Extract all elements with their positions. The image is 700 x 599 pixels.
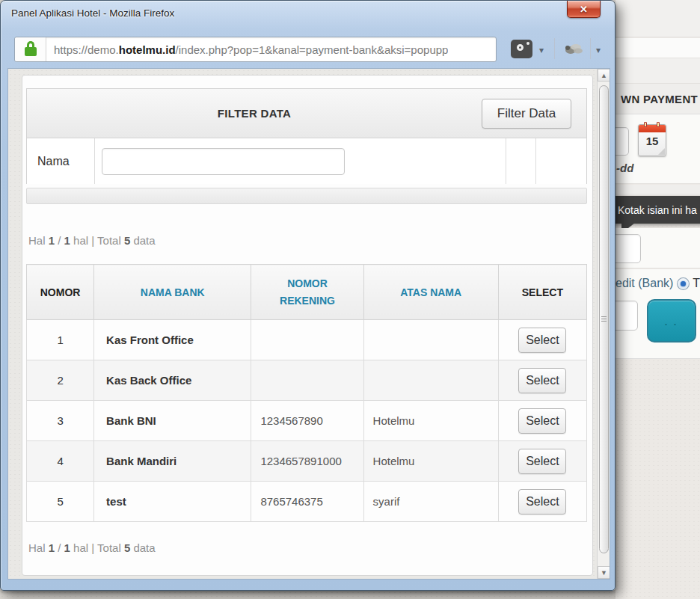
payment-option-label-after: T — [693, 277, 700, 290]
header-nomor-rekening[interactable]: NOMOR REKENING — [251, 265, 363, 320]
cell-atas-nama — [363, 320, 498, 360]
header-atas-nama[interactable]: ATAS NAMA — [363, 265, 498, 320]
table-row: 2 Kas Back Office Select — [27, 360, 587, 401]
toolbar-divider — [590, 38, 591, 59]
down-payment-section-header: WN PAYMENT — [615, 84, 700, 114]
chevron-down-icon[interactable]: ▾ — [539, 45, 544, 55]
table-row: 1 Kas Front Office Select — [27, 320, 587, 360]
lock-icon — [27, 41, 34, 48]
cell-nomor: 3 — [27, 401, 94, 441]
header-select: SELECT — [498, 265, 586, 320]
radio-selected-icon[interactable] — [677, 277, 690, 290]
filter-footer-strip — [26, 188, 587, 204]
window-titlebar[interactable]: Panel Aplikasi Hotel - Mozilla Firefox ✕ — [1, 1, 615, 28]
toolbar-extensions: ▾ ▾ — [500, 35, 610, 64]
background-form-band — [615, 0, 700, 37]
scroll-up-icon[interactable]: ▲ — [598, 69, 610, 82]
pagination-text: hal | Total — [70, 541, 124, 554]
background-form-band — [615, 38, 700, 58]
close-button[interactable]: ✕ — [567, 1, 601, 18]
select-button[interactable]: Select — [518, 449, 566, 474]
calendar-icon-post — [657, 122, 660, 127]
vertical-scrollbar[interactable]: ▲ ▼ — [597, 69, 610, 579]
firefox-popup-window: Panel Aplikasi Hotel - Mozilla Firefox ✕… — [0, 0, 615, 591]
calendar-day: 15 — [639, 135, 666, 147]
name-input[interactable] — [102, 148, 345, 175]
date-input-fragment[interactable] — [615, 127, 629, 156]
table-row: 4 Bank Mandiri 1234657891000 Hotelmu Sel… — [27, 441, 587, 482]
url-bar[interactable]: https://demo.hotelmu.id/index.php?pop=1&… — [14, 37, 497, 62]
select-button[interactable]: Select — [518, 368, 566, 393]
pagination-text: / — [55, 541, 64, 554]
url-path: /index.php?pop=1&kanal=payment-bank&aksi… — [176, 43, 449, 56]
pagination-text: Hal — [28, 541, 49, 554]
lock-icon-body — [25, 47, 37, 56]
table-row: 5 test 8765746375 syarif Select — [27, 482, 587, 522]
filter-header: FILTER DATA Filter Data — [27, 89, 586, 138]
screen: WN PAYMENT 15 -dd Kotak isian ini ha edi… — [0, 0, 700, 599]
radio-dot — [681, 281, 686, 286]
select-button[interactable]: Select — [518, 489, 566, 514]
cell-nama-bank: Kas Back Office — [94, 360, 251, 401]
cell-divider — [535, 138, 536, 184]
url-prefix: https://demo. — [54, 43, 119, 56]
section-title: WN PAYMENT — [621, 93, 698, 105]
select-button[interactable]: Select — [518, 408, 566, 434]
camera-lens — [517, 44, 524, 51]
calendar-icon[interactable]: 15 — [638, 124, 666, 156]
picker-button-dots: · · — [648, 319, 695, 330]
background-form-band — [615, 58, 700, 84]
pagination-text: hal | Total — [70, 234, 124, 247]
calendar-icon-post — [644, 122, 647, 127]
cell-nomor: 1 — [27, 320, 94, 360]
filter-title: FILTER DATA — [27, 107, 482, 120]
header-nama-bank[interactable]: NAMA BANK — [94, 265, 251, 320]
camera-nub — [526, 42, 529, 45]
cell-nama-bank: test — [94, 482, 251, 522]
text-input-fragment[interactable] — [615, 234, 641, 263]
filter-box: FILTER DATA Filter Data Nama — [26, 88, 587, 184]
pagination-text: data — [130, 234, 155, 247]
pagination-text: / — [55, 234, 64, 247]
scrollbar-grip — [601, 316, 607, 323]
page-count: 1 — [64, 541, 70, 554]
text-input-fragment[interactable] — [615, 301, 638, 331]
cell-divider — [506, 138, 506, 184]
cell-nomor: 5 — [27, 482, 94, 522]
screenshot-camera-icon[interactable] — [511, 40, 532, 58]
security-indicator[interactable] — [15, 37, 46, 61]
table-header-row: NOMOR NAMA BANK NOMOR REKENING ATAS NAMA… — [27, 265, 587, 320]
filter-data-button[interactable]: Filter Data — [482, 99, 571, 129]
select-button[interactable]: Select — [518, 328, 566, 353]
page-number: 1 — [49, 541, 55, 554]
pagination-bottom: Hal 1 / 1 hal | Total 5 data — [28, 541, 156, 554]
tooltip-text: Kotak isian ini ha — [618, 204, 697, 216]
url-domain: hotelmu.id — [119, 43, 176, 56]
toolbar-divider — [554, 38, 555, 59]
close-icon: ✕ — [580, 4, 588, 15]
cell-nomor-rekening: 8765746375 — [251, 482, 363, 522]
cell-nama-bank: Bank BNI — [94, 401, 251, 441]
pagination-text: Hal — [28, 234, 49, 247]
url-text[interactable]: https://demo.hotelmu.id/index.php?pop=1&… — [46, 43, 448, 56]
background-page: WN PAYMENT 15 -dd Kotak isian ini ha edi… — [615, 0, 700, 599]
cell-nama-bank: Kas Front Office — [94, 320, 251, 360]
header-nomor: NOMOR — [27, 265, 94, 320]
cell-nomor: 4 — [27, 441, 94, 482]
browser-toolbar: https://demo.hotelmu.id/index.php?pop=1&… — [7, 35, 610, 67]
cell-atas-nama: syarif — [363, 482, 498, 522]
picker-button[interactable]: · · — [647, 299, 696, 342]
cell-nama-bank: Bank Mandiri — [94, 441, 251, 482]
scrollbar-thumb[interactable] — [599, 85, 609, 553]
validation-tooltip: Kotak isian ini ha — [615, 196, 700, 224]
chevron-down-icon[interactable]: ▾ — [596, 45, 601, 55]
pagination-text: data — [130, 541, 155, 554]
table-row: 3 Bank BNI 1234567890 Hotelmu Select — [27, 401, 587, 441]
cell-nomor-rekening — [251, 320, 363, 360]
date-format-hint: -dd — [616, 162, 633, 174]
bug-icon[interactable] — [563, 41, 584, 56]
scroll-down-icon[interactable]: ▼ — [598, 566, 610, 579]
cell-nomor-rekening: 1234567890 — [251, 401, 363, 441]
page-viewport: FILTER DATA Filter Data Nama Hal 1 / 1 h… — [7, 68, 610, 580]
cell-divider — [94, 138, 95, 184]
